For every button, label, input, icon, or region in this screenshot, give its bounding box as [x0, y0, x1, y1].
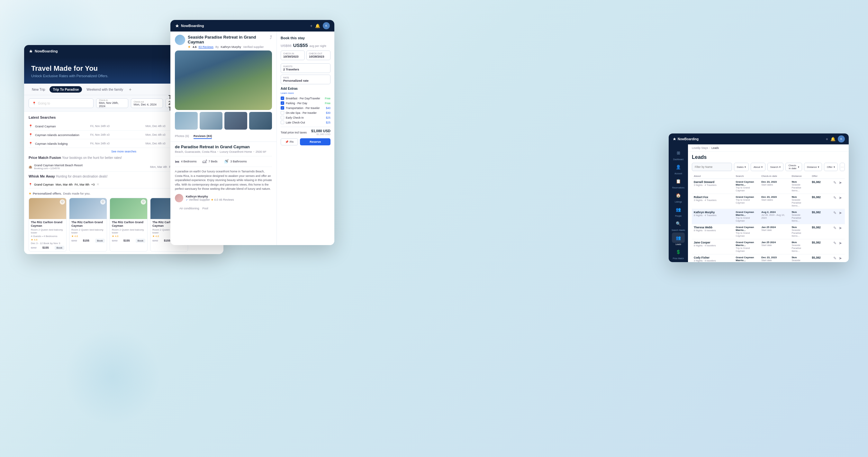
property-orig-price-2: $202 — [71, 239, 77, 242]
table-row[interactable]: Jane Cooper 8 Nights · 4 travelers Grand… — [692, 239, 845, 254]
extra-price-2: Free — [325, 102, 331, 105]
nav-search-hawks: 🔍 Search Hawks — [672, 218, 685, 231]
extra-check-4[interactable] — [281, 111, 284, 115]
extras-learn-link[interactable]: Learn more — [281, 92, 331, 95]
crm-nav-personalized[interactable]: 🎁 — [672, 261, 685, 262]
crm-title: Leads — [692, 154, 845, 160]
extra-check-3[interactable]: ✓ — [281, 106, 284, 110]
table-row[interactable]: Cody Fisher 3 Nights · 4 travelers Grand… — [692, 254, 845, 263]
rating-value: 4.6 — [192, 45, 197, 49]
table-row[interactable]: Kathryn Murphy 8 Nights · 4 Travelers Gr… — [692, 209, 845, 224]
action-send-4[interactable]: ➤ — [838, 241, 843, 245]
action-edit-5[interactable]: ✎ — [833, 256, 837, 261]
filter-offer-btn[interactable]: Offer ▾ — [824, 163, 838, 171]
crm-nav-dashboard[interactable]: ⊞ — [672, 148, 685, 158]
crm-nav-listings[interactable]: 🏠 — [672, 190, 685, 201]
td-distance-3: 5km Seaside Paradise Items... — [790, 224, 810, 239]
table-row[interactable]: Theresa Webb 8 Nights · 8 travelers Gran… — [692, 224, 845, 239]
extra-name-4: On-site Spa · Per traveler — [286, 111, 324, 115]
tab-new-trip[interactable]: New Trip — [29, 86, 48, 93]
table-row[interactable]: Robert Fox 3 Nights · 4 Travelers Grand … — [692, 194, 845, 209]
action-send-5[interactable]: ➤ — [838, 256, 843, 261]
crm-user-avatar[interactable]: K — [838, 135, 845, 143]
property-card-1[interactable]: ♡ The Ritz Carlton Grand Cayman Room 2 Q… — [29, 198, 66, 252]
book-button-2[interactable]: Book — [95, 239, 105, 243]
tab-trip-paradise[interactable]: Trip To Paradise — [50, 86, 82, 93]
filter-search-btn[interactable]: Search ▾ — [767, 163, 783, 171]
action-edit-4[interactable]: ✎ — [833, 241, 837, 245]
heart-btn-1[interactable]: ♡ — [60, 200, 65, 205]
crm-options-btn[interactable]: ⋯ — [840, 163, 845, 171]
crm-filters: Dates ▾ About ▾ Search ▾ Check-in date ▾… — [692, 163, 845, 171]
property-description: A paradise on earth! Our luxury oceanfro… — [175, 170, 272, 191]
property-card-2[interactable]: ♡ The Ritz Carlton Grand Cayman Room 2 Q… — [69, 198, 107, 252]
extra-check-1[interactable]: ✓ — [281, 96, 284, 100]
thumb-1[interactable] — [175, 112, 198, 130]
destination-field[interactable]: 📍 Going to — [29, 98, 94, 108]
property-room-1: Room 2 Queen bed balcony tower — [31, 228, 64, 234]
checkin-field[interactable]: Check-in Mon, Nov 26th, 2024 — [96, 98, 128, 108]
detail-user-avatar[interactable]: K — [323, 22, 330, 29]
action-edit-2[interactable]: ✎ — [833, 211, 837, 215]
td-about-0: Darnell Steward 3 Nights · 4 Travelers — [692, 179, 734, 194]
reserve-button[interactable]: Reserve — [300, 138, 331, 145]
price-current: US$55 — [293, 42, 308, 48]
crm-plus-icon[interactable]: + — [826, 137, 828, 142]
book-button-3[interactable]: Book — [136, 239, 145, 243]
property-header: Seaside Paradise Retreat in Grand Cayman… — [170, 32, 277, 51]
book-guests-field[interactable]: Guests 2 Travelers — [281, 63, 331, 73]
crm-bell-icon[interactable]: 🔔 — [830, 137, 836, 142]
table-row[interactable]: Darnell Steward 3 Nights · 4 Travelers G… — [692, 179, 845, 194]
crm-nav-price-match[interactable]: 💲 — [672, 247, 685, 257]
share-button[interactable]: ⤴ — [270, 35, 272, 40]
tab-weekend-family[interactable]: Weekend with the family — [83, 86, 126, 93]
td-distance-4: 8km Seaside Paradise Items... — [790, 239, 810, 254]
thumb-3[interactable] — [224, 112, 247, 130]
filter-about-btn[interactable]: About ▾ — [751, 163, 766, 171]
action-send-0[interactable]: ➤ — [838, 180, 843, 185]
property-card-3[interactable]: ♡ The Ritz Carlton Grand Cayman Room 2 Q… — [110, 198, 148, 252]
checkout-field[interactable]: Check-out Mon, Dec 4, 2024 — [131, 98, 163, 108]
pin-button[interactable]: 📌 Pin — [281, 138, 298, 145]
amenity-bathrooms: 🚿 3 Bathrooms — [223, 159, 247, 164]
reviews-link[interactable]: 83 Reviews — [199, 45, 214, 49]
book-title: Book this stay — [281, 36, 331, 40]
book-checkout-field[interactable]: Check-out 10/28/2023 — [306, 51, 331, 60]
book-checkin-field[interactable]: Check-in 10/30/2023 — [281, 51, 305, 60]
heart-btn-2[interactable]: ♡ — [100, 200, 105, 205]
tab-add-btn[interactable]: + — [129, 87, 131, 92]
book-checkout-label: Check-out — [309, 53, 328, 55]
crm-nav-people[interactable]: 👥 — [672, 204, 685, 214]
total-price: $1,080 USD — [311, 129, 331, 133]
pdnav-photos[interactable]: Photos (6) — [175, 134, 189, 139]
filter-checkin-btn[interactable]: Check-in date ▾ — [785, 163, 802, 171]
detail-plus-icon[interactable]: + — [310, 24, 312, 28]
pdnav-reviews[interactable]: Reviews (83) — [193, 134, 212, 139]
action-send-3[interactable]: ➤ — [838, 226, 843, 230]
action-edit-0[interactable]: ✎ — [833, 180, 837, 185]
action-edit-1[interactable]: ✎ — [833, 195, 837, 200]
filter-dates-btn[interactable]: Dates ▾ — [734, 163, 749, 171]
heart-btn-3[interactable]: ♡ — [141, 200, 146, 205]
book-checkin-label: Check-in — [283, 53, 302, 55]
crm-nav-account[interactable]: 👤 — [672, 162, 685, 172]
crm-nav-search-hawks[interactable]: 🔍 — [672, 218, 685, 228]
action-edit-3[interactable]: ✎ — [833, 226, 837, 230]
property-meta: ★ 4.6 83 Reviews By Kathryn Murphy Verif… — [188, 45, 267, 49]
extra-check-5[interactable] — [281, 116, 284, 119]
property-avatar — [175, 35, 185, 45]
thumb-4[interactable] — [249, 112, 272, 130]
crm-search-input[interactable] — [692, 163, 732, 171]
host-name: Kathryn Murphy — [186, 195, 234, 198]
action-send-1[interactable]: ➤ — [838, 195, 843, 200]
detail-bell-icon[interactable]: 🔔 — [315, 24, 320, 28]
action-send-2[interactable]: ➤ — [838, 211, 843, 215]
extra-check-6[interactable] — [281, 121, 284, 124]
extra-check-2[interactable]: ✓ — [281, 101, 284, 105]
whisk-delete-1[interactable]: ✕ — [96, 182, 99, 186]
crm-nav-leads[interactable]: 👥 — [672, 233, 685, 243]
book-button-1[interactable]: Book — [55, 246, 64, 250]
filter-distance-btn[interactable]: Distance ▾ — [804, 163, 822, 171]
crm-nav-reservations[interactable]: 📋 — [672, 176, 685, 186]
thumb-2[interactable] — [199, 112, 222, 130]
